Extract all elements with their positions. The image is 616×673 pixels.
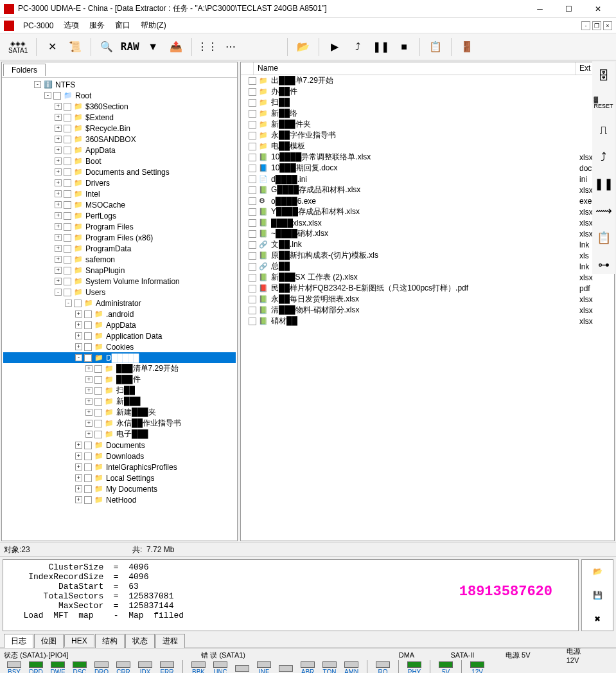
tree-item[interactable]: +Program Files (x86) — [3, 232, 236, 243]
head-icon[interactable]: ⟿ — [595, 202, 613, 220]
file-list[interactable]: 📁出███单7.29开始📁办██件📁扫██📁新██络📁新███件夹📁永██字作业… — [241, 75, 614, 541]
tree-checkbox[interactable] — [64, 256, 71, 264]
tree-checkbox[interactable] — [64, 168, 71, 176]
filter-button[interactable]: ▼ — [143, 37, 163, 57]
tools-button[interactable]: ✕ — [42, 37, 62, 57]
tree-item[interactable]: -Root — [3, 90, 236, 101]
expander-icon[interactable]: - — [55, 289, 62, 296]
tree-checkbox[interactable] — [64, 157, 71, 165]
mdi-restore-button[interactable]: ❐ — [592, 21, 601, 30]
expander-icon[interactable]: + — [75, 453, 82, 460]
list-checkbox[interactable] — [249, 197, 256, 205]
minimize-button[interactable]: ─ — [525, 0, 554, 18]
menu-help[interactable]: 帮助(Z) — [136, 19, 171, 32]
tree-item[interactable]: +Documents — [3, 440, 236, 451]
expander-icon[interactable]: + — [55, 103, 62, 110]
expander-icon[interactable]: + — [75, 310, 82, 318]
bottom-tab[interactable]: 进程 — [155, 634, 185, 648]
play-button[interactable]: ▶ — [324, 37, 345, 57]
pause2-icon[interactable]: ❚❚ — [595, 175, 613, 193]
tree-item[interactable]: +IntelGraphicsProfiles — [3, 462, 236, 472]
tree-checkbox[interactable] — [64, 201, 71, 209]
expander-icon[interactable]: + — [55, 223, 62, 230]
tree-checkbox[interactable] — [64, 245, 71, 253]
col-check[interactable] — [241, 62, 254, 75]
log-text[interactable]: ClusterSize = 4096 IndexRecordSize = 409… — [3, 559, 579, 631]
tree-item[interactable]: +System Volume Information — [3, 276, 236, 287]
list-checkbox[interactable] — [249, 252, 256, 260]
tree-item[interactable]: +NetHood — [3, 494, 236, 505]
list-checkbox[interactable] — [249, 318, 256, 325]
tree-checkbox[interactable] — [84, 496, 92, 504]
tree-checkbox[interactable] — [84, 474, 92, 482]
expander-icon[interactable]: + — [55, 201, 62, 208]
tree-checkbox[interactable] — [74, 300, 82, 307]
copy-button[interactable]: 📋 — [425, 37, 446, 57]
expander-icon[interactable]: + — [85, 365, 92, 372]
expander-icon[interactable]: + — [55, 136, 62, 143]
tree-checkbox[interactable] — [64, 267, 71, 274]
close-button[interactable]: ✕ — [583, 0, 612, 18]
tree-item[interactable]: +扫██ — [3, 385, 236, 396]
menu-window[interactable]: 窗口 — [110, 19, 136, 32]
expander-icon[interactable]: + — [75, 474, 82, 481]
list-item[interactable]: 📁永██字作业指导书 — [241, 130, 614, 141]
tree-item[interactable]: +PerfLogs — [3, 210, 236, 221]
export-button[interactable]: 📤 — [166, 37, 186, 57]
list-item[interactable]: 📗Y████存成品和材料.xlsxxlsx — [241, 206, 614, 217]
list-item[interactable]: 📁新███件夹 — [241, 119, 614, 130]
tree-item[interactable]: +MSOCache — [3, 199, 236, 210]
list-checkbox[interactable] — [249, 165, 256, 172]
expander-icon[interactable]: + — [75, 321, 82, 328]
expander-icon[interactable]: + — [55, 256, 62, 263]
open-button[interactable]: 📂 — [293, 37, 313, 57]
list-item[interactable]: 🔗总██lnk — [241, 261, 614, 272]
expander-icon[interactable]: + — [85, 376, 92, 383]
tree-checkbox[interactable] — [64, 136, 71, 143]
expander-icon[interactable]: - — [75, 354, 82, 361]
list-checkbox[interactable] — [249, 263, 256, 271]
list-item[interactable]: ⚙o████6.exeexe — [241, 195, 614, 206]
raw-button[interactable]: RAW — [119, 37, 140, 57]
list-checkbox[interactable] — [249, 285, 256, 292]
expander-icon[interactable]: + — [55, 179, 62, 186]
col-name[interactable]: Name — [254, 62, 576, 75]
tree-checkbox[interactable] — [64, 103, 71, 111]
tree-item[interactable]: +$Recycle.Bin — [3, 123, 236, 134]
tree-item[interactable]: +███件 — [3, 374, 236, 385]
expander-icon[interactable]: + — [85, 420, 92, 427]
expander-icon[interactable]: + — [55, 125, 62, 132]
step-button[interactable]: ⤴ — [348, 37, 368, 57]
list-item[interactable]: 📗████xlsx.xlsxxlsx — [241, 217, 614, 228]
tree-item[interactable]: -Users — [3, 287, 236, 298]
expander-icon[interactable]: + — [55, 278, 62, 285]
tree-checkbox[interactable] — [64, 289, 71, 296]
mdi-close-button[interactable]: × — [603, 21, 612, 30]
disk-icon[interactable]: 🗄 — [595, 67, 613, 85]
list-item[interactable]: 📁出███单7.29开始 — [241, 75, 614, 86]
expander-icon[interactable]: + — [85, 398, 92, 405]
tree-checkbox[interactable] — [64, 125, 71, 132]
expander-icon[interactable]: + — [55, 157, 62, 165]
tree-item[interactable]: +Drivers — [3, 177, 236, 188]
search-button[interactable]: 🔍 — [96, 37, 117, 57]
expander-icon[interactable]: + — [55, 114, 62, 121]
bottom-tab[interactable]: 状态 — [125, 634, 155, 648]
tree-item[interactable]: +ProgramData — [3, 243, 236, 254]
expander-icon[interactable]: + — [55, 267, 62, 274]
probe-icon[interactable]: ⤴ — [595, 148, 613, 166]
tree-item[interactable]: -NTFS — [3, 79, 236, 90]
list-item[interactable]: 📗原██新扣构成表-(切片)模板.xlsxls — [241, 250, 614, 261]
reset-icon[interactable]: ▓RESET — [595, 94, 613, 112]
tree-item[interactable]: +.android — [3, 309, 236, 319]
expander-icon[interactable]: + — [55, 190, 62, 197]
list-checkbox[interactable] — [249, 99, 256, 107]
expander-icon[interactable]: + — [75, 332, 82, 339]
list-checkbox[interactable] — [249, 132, 256, 139]
tree-item[interactable]: +Boot — [3, 156, 236, 166]
tree-checkbox[interactable] — [64, 114, 71, 121]
tree-item[interactable]: +My Documents — [3, 483, 236, 494]
expander-icon[interactable]: + — [85, 431, 92, 438]
tree-item[interactable]: +Cookies — [3, 341, 236, 352]
tree-checkbox[interactable] — [64, 212, 71, 220]
